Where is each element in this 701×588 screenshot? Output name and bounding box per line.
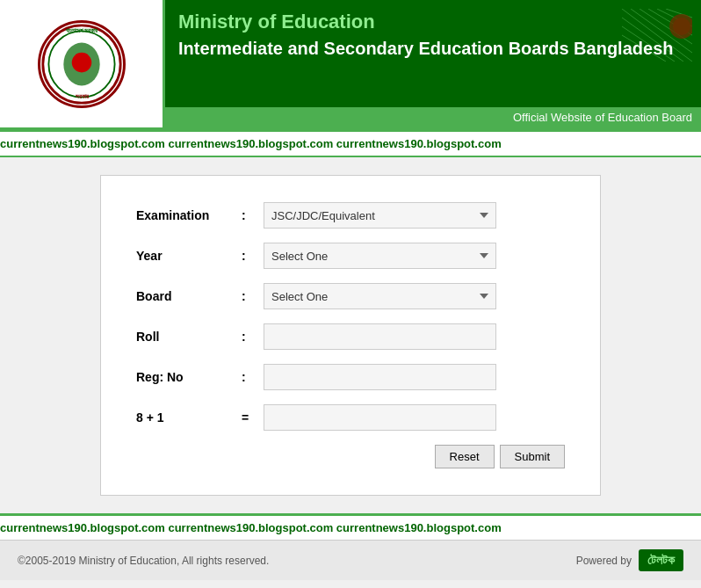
roll-colon: : — [242, 330, 264, 344]
year-control[interactable]: Select One 2019 2018 2017 2016 — [264, 243, 496, 269]
bottom-ticker: currentnews190.blogspot.com currentnews1… — [0, 513, 701, 540]
captcha-control[interactable] — [264, 404, 496, 431]
roll-label: Roll — [136, 330, 242, 344]
board-colon: : — [242, 289, 264, 303]
header-title-bar: Ministry of Education Intermediate and S… — [165, 0, 701, 65]
board-title: Intermediate and Secondary Education Boa… — [178, 37, 688, 60]
logo-emblem: বাংলাদেশ সরকার সরকার — [38, 20, 126, 108]
roll-input[interactable] — [264, 323, 496, 350]
news-ticker: currentnews190.blogspot.com currentnews1… — [0, 130, 701, 157]
examination-row: Examination : JSC/JDC/Equivalent SSC/Dak… — [136, 202, 565, 229]
regno-input[interactable] — [264, 364, 496, 390]
svg-line-13 — [622, 26, 675, 62]
board-label: Board — [136, 289, 242, 303]
examination-select[interactable]: JSC/JDC/Equivalent SSC/Dakhil/Equivalent… — [264, 202, 496, 229]
bottom-ticker-text: currentnews190.blogspot.com currentnews1… — [0, 521, 502, 534]
form-box: Examination : JSC/JDC/Equivalent SSC/Dak… — [100, 175, 601, 496]
regno-label: Reg: No — [136, 370, 242, 384]
logo-section: বাংলাদেশ সরকার সরকার — [0, 0, 165, 127]
captcha-input[interactable] — [264, 404, 496, 431]
powered-by-label: Powered by — [576, 555, 632, 567]
board-row: Board : Select One Dhaka Chittagong Rajs… — [136, 283, 565, 309]
svg-text:সরকার: সরকার — [75, 93, 89, 99]
footer-right: Powered by টেলটক — [576, 549, 683, 571]
svg-text:বাংলাদেশ সরকার: বাংলাদেশ সরকার — [65, 27, 98, 33]
regno-colon: : — [242, 370, 264, 384]
footer: ©2005-2019 Ministry of Education, All ri… — [0, 540, 701, 580]
header: বাংলাদেশ সরকার সরকার Ministry of Educat — [0, 0, 701, 130]
button-row: Reset Submit — [136, 445, 565, 468]
header-content: Ministry of Education Intermediate and S… — [165, 0, 701, 127]
year-row: Year : Select One 2019 2018 2017 2016 — [136, 243, 565, 269]
ministry-title: Ministry of Education — [178, 11, 688, 33]
year-colon: : — [242, 249, 264, 263]
submit-button[interactable]: Submit — [500, 445, 565, 468]
regno-control[interactable] — [264, 364, 496, 390]
roll-control[interactable] — [264, 323, 496, 350]
board-control[interactable]: Select One Dhaka Chittagong Rajshahi Khu… — [264, 283, 496, 309]
svg-point-3 — [71, 52, 91, 72]
examination-colon: : — [242, 208, 264, 222]
main-content: Examination : JSC/JDC/Equivalent SSC/Dak… — [0, 157, 701, 513]
teletalk-logo: টেলটক — [639, 549, 683, 571]
captcha-row: 8 + 1 = — [136, 404, 565, 431]
svg-point-16 — [673, 18, 690, 35]
year-label: Year — [136, 249, 242, 263]
reset-button[interactable]: Reset — [435, 445, 495, 468]
year-select[interactable]: Select One 2019 2018 2017 2016 — [264, 243, 496, 269]
ticker-text: currentnews190.blogspot.com currentnews1… — [0, 137, 502, 150]
official-label: Official Website of Education Board — [165, 107, 701, 127]
copyright-text: ©2005-2019 Ministry of Education, All ri… — [18, 555, 269, 567]
teletalk-text: টেলটক — [647, 553, 675, 567]
examination-control[interactable]: JSC/JDC/Equivalent SSC/Dakhil/Equivalent… — [264, 202, 496, 229]
board-select[interactable]: Select One Dhaka Chittagong Rajshahi Khu… — [264, 283, 496, 309]
captcha-label: 8 + 1 — [136, 410, 242, 425]
svg-line-14 — [622, 35, 666, 62]
captcha-equals: = — [242, 410, 264, 425]
header-pattern — [622, 9, 692, 62]
examination-label: Examination — [136, 208, 242, 222]
roll-row: Roll : — [136, 323, 565, 350]
regno-row: Reg: No : — [136, 364, 565, 390]
